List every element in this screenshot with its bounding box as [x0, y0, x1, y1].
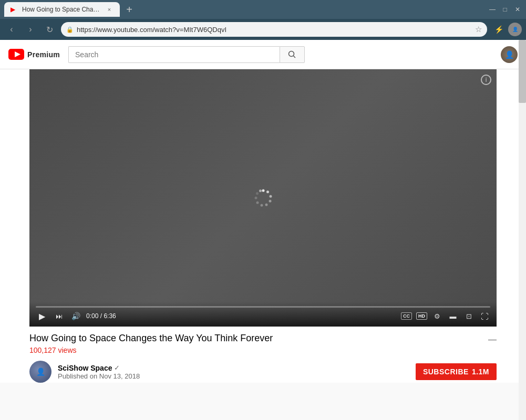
- svg-point-11: [254, 197, 257, 200]
- youtube-logo[interactable]: Premium: [8, 49, 60, 60]
- video-player[interactable]: i ▶ ⏭ 🔊: [29, 69, 497, 327]
- svg-point-12: [256, 192, 259, 195]
- svg-point-7: [269, 200, 271, 203]
- verified-badge: ✓: [114, 364, 120, 372]
- channel-avatar[interactable]: 👤: [29, 361, 51, 383]
- channel-published: Published on Nov 13, 2018: [58, 372, 409, 380]
- channel-name[interactable]: SciShow Space: [58, 364, 112, 372]
- address-bar[interactable]: 🔒 https://www.youtube.com/watch?v=MIt7W6…: [61, 22, 487, 37]
- theater-button[interactable]: ▬: [447, 310, 459, 322]
- video-container-wrapper: i ▶ ⏭ 🔊: [0, 69, 526, 327]
- svg-point-9: [260, 204, 263, 207]
- info-icon[interactable]: i: [481, 75, 491, 85]
- browser-profile-avatar[interactable]: 👤: [508, 23, 522, 36]
- minimize-button[interactable]: —: [488, 5, 497, 14]
- back-button[interactable]: ‹: [4, 22, 19, 37]
- close-button[interactable]: ✕: [513, 5, 522, 14]
- svg-point-5: [266, 191, 269, 193]
- svg-point-2: [289, 51, 294, 56]
- tab-title: How Going to Space Changes th: [22, 6, 101, 13]
- youtube-logo-icon: [8, 49, 24, 60]
- scrollbar[interactable]: [519, 40, 526, 420]
- url-text: https://www.youtube.com/watch?v=MIt7W6QD…: [77, 26, 472, 34]
- tab-close-button[interactable]: ×: [105, 5, 114, 14]
- channel-row: 👤 SciShow Space ✓ Published on Nov 13, 2…: [0, 354, 526, 383]
- expand-icon[interactable]: —: [488, 335, 497, 344]
- bookmark-icon[interactable]: ☆: [475, 25, 482, 34]
- channel-info: SciShow Space ✓ Published on Nov 13, 201…: [58, 364, 409, 380]
- loading-spinner: [253, 187, 274, 208]
- video-info: How Going to Space Changes the Way You T…: [0, 327, 526, 354]
- youtube-header: Premium 👤: [0, 40, 526, 69]
- next-button[interactable]: ⏭: [53, 310, 65, 322]
- time-display: 0:00 / 6:36: [86, 312, 116, 320]
- subscribe-label: SUBSCRIBE: [423, 368, 469, 376]
- youtube-premium-text: Premium: [27, 50, 60, 59]
- lock-icon: 🔒: [66, 26, 74, 33]
- svg-line-3: [294, 56, 296, 58]
- video-controls: ▶ ⏭ 🔊 0:00 / 6:36 CC HD ⚙ ▬ ⊡ ⛶: [29, 302, 497, 327]
- controls-row: ▶ ⏭ 🔊 0:00 / 6:36 CC HD ⚙ ▬ ⊡ ⛶: [36, 310, 490, 322]
- search-icon: [288, 50, 296, 59]
- channel-name-row: SciShow Space ✓: [58, 364, 409, 372]
- browser-tab[interactable]: ▶ How Going to Space Changes th ×: [4, 2, 120, 17]
- header-right: 👤: [501, 46, 518, 63]
- search-button[interactable]: [280, 46, 305, 63]
- volume-button[interactable]: 🔊: [69, 310, 82, 322]
- cc-button[interactable]: CC: [401, 312, 412, 320]
- search-container: [68, 46, 305, 63]
- svg-point-6: [269, 195, 272, 198]
- window-controls: — □ ✕: [488, 5, 522, 14]
- reload-button[interactable]: ↻: [42, 22, 57, 37]
- fullscreen-button[interactable]: ⛶: [479, 310, 490, 322]
- new-tab-button[interactable]: +: [122, 2, 137, 17]
- video-views: 100,127 views: [29, 346, 273, 354]
- tab-favicon: ▶: [11, 6, 18, 13]
- svg-point-4: [262, 190, 264, 192]
- svg-point-10: [256, 202, 259, 204]
- play-button[interactable]: ▶: [36, 310, 48, 322]
- video-title: How Going to Space Changes the Way You T…: [29, 333, 273, 344]
- svg-point-13: [259, 190, 262, 192]
- browser-actions: ⚡ 👤: [491, 22, 522, 37]
- extension-icon[interactable]: ⚡: [491, 22, 506, 37]
- progress-bar[interactable]: [36, 306, 490, 308]
- user-avatar[interactable]: 👤: [501, 46, 518, 63]
- hd-badge[interactable]: HD: [416, 312, 427, 320]
- browser-titlebar: ▶ How Going to Space Changes th × + — □ …: [0, 0, 526, 19]
- svg-point-8: [265, 204, 267, 206]
- browser-addressbar: ‹ › ↻ 🔒 https://www.youtube.com/watch?v=…: [0, 19, 526, 40]
- miniplayer-button[interactable]: ⊡: [463, 310, 475, 322]
- subscribe-button[interactable]: SUBSCRIBE 1.1M: [416, 363, 497, 380]
- maximize-button[interactable]: □: [501, 5, 509, 14]
- search-input[interactable]: [68, 46, 280, 63]
- scrollbar-thumb[interactable]: [519, 40, 526, 103]
- subscribe-count: 1.1M: [472, 368, 489, 376]
- forward-button[interactable]: ›: [23, 22, 38, 37]
- settings-button[interactable]: ⚙: [431, 310, 443, 322]
